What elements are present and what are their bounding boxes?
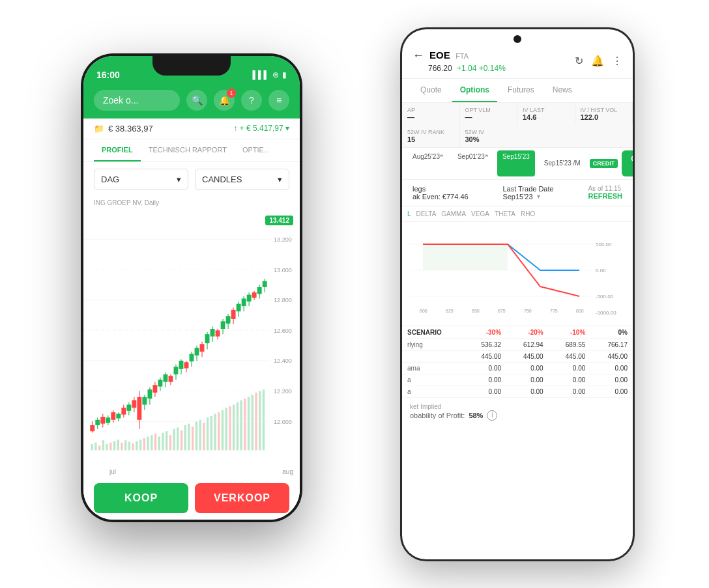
svg-rect-97 bbox=[200, 344, 205, 352]
refresh-icon[interactable]: ↻ bbox=[575, 55, 583, 67]
chart-controls: DAG ▾ CANDLES ▾ bbox=[83, 162, 300, 197]
greek-theta[interactable]: THETA bbox=[495, 210, 515, 217]
svg-text:12.200: 12.200 bbox=[274, 387, 292, 394]
prob-value: 58% bbox=[469, 412, 483, 419]
period-label: DAG bbox=[101, 175, 119, 184]
svg-rect-87 bbox=[174, 367, 179, 374]
svg-rect-113 bbox=[242, 298, 246, 306]
svg-rect-57 bbox=[95, 419, 100, 425]
sell-button[interactable]: VERKOOP bbox=[195, 483, 289, 513]
refresh-info: As of 11:15 REFRESH bbox=[588, 185, 622, 200]
wallet-icon: 📁 bbox=[94, 124, 104, 133]
as-of-label: As of 11:15 bbox=[588, 185, 622, 192]
credit-badge: CREDIT bbox=[590, 159, 618, 168]
svg-text:12.600: 12.600 bbox=[274, 327, 292, 333]
refresh-button[interactable]: REFRESH bbox=[588, 192, 622, 200]
greek-delta[interactable]: DELTA bbox=[416, 210, 437, 217]
legs-label: legs bbox=[412, 185, 469, 193]
svg-text:775: 775 bbox=[550, 309, 558, 313]
svg-text:-1000.00: -1000.00 bbox=[596, 310, 616, 316]
market-implied-label: ket Implied bbox=[410, 403, 625, 410]
svg-text:13.200: 13.200 bbox=[274, 236, 292, 243]
tab-quote[interactable]: Quote bbox=[412, 79, 450, 102]
last-trade-label: Last Trade Date bbox=[502, 185, 553, 193]
buy-button[interactable]: KOOP bbox=[94, 483, 188, 513]
svg-rect-29 bbox=[199, 419, 201, 450]
svg-rect-31 bbox=[207, 417, 209, 450]
svg-rect-7 bbox=[117, 440, 119, 450]
greek-l[interactable]: L bbox=[407, 210, 411, 217]
svg-rect-93 bbox=[190, 354, 194, 361]
svg-rect-71 bbox=[132, 400, 136, 408]
balance-amount: 📁 € 38.363,97 bbox=[94, 124, 153, 133]
greek-rho[interactable]: RHO bbox=[521, 210, 535, 217]
probability-section: ket Implied obability of Profit: 58% i bbox=[402, 398, 633, 426]
date-sep15-m[interactable]: Sep15'23 /M bbox=[539, 157, 586, 169]
exchange-label: FTA bbox=[456, 52, 469, 60]
payoff-chart: 500.00 0.00 -500.00 -1000.00 600 625 650… bbox=[402, 222, 633, 326]
greek-gamma[interactable]: GAMMA bbox=[441, 210, 466, 217]
tab-optie[interactable]: OPTIE... bbox=[235, 139, 278, 161]
svg-rect-59 bbox=[100, 417, 105, 423]
greek-vega[interactable]: VEGA bbox=[471, 210, 489, 217]
svg-rect-2 bbox=[98, 445, 100, 450]
svg-rect-13 bbox=[139, 440, 141, 450]
phone2: ← EOE FTA 766.20 +1.04 +0.14% ↻ 🔔 bbox=[400, 27, 635, 561]
charttype-select[interactable]: CANDLES ▾ bbox=[195, 169, 289, 190]
col-minus10: -10% bbox=[549, 326, 591, 339]
tab-news[interactable]: News bbox=[545, 79, 580, 102]
arrow-up-icon: ↑ bbox=[233, 124, 237, 133]
svg-text:12.800: 12.800 bbox=[274, 297, 292, 303]
options-info-row: legs ak Even: €774.46 Last Trade Date Se… bbox=[402, 180, 633, 206]
svg-rect-41 bbox=[244, 399, 246, 450]
svg-text:750: 750 bbox=[524, 309, 532, 313]
svg-rect-10 bbox=[128, 441, 130, 450]
dropdown-icon[interactable]: ▾ bbox=[285, 124, 289, 133]
more-menu-icon[interactable]: ⋮ bbox=[612, 55, 622, 67]
date-sep15-active[interactable]: Sep15'23 bbox=[497, 150, 535, 176]
svg-rect-65 bbox=[116, 413, 121, 418]
info-icon[interactable]: i bbox=[487, 410, 497, 421]
search-icon[interactable]: 🔍 bbox=[186, 90, 207, 111]
svg-rect-40 bbox=[240, 400, 242, 450]
notification-badge: 1 bbox=[227, 89, 236, 98]
expiry-dates: Aug25'23ʷ Sep01'23ʷ Sep15'23 Sep15'23 /M… bbox=[402, 148, 633, 180]
app-header: Zoek o... 🔍 🔔 1 ? ≡ bbox=[83, 85, 300, 119]
tab-technisch[interactable]: TECHNISCH RAPPORT bbox=[141, 139, 235, 161]
tab-futures[interactable]: Futures bbox=[500, 79, 542, 102]
price-value: 766.20 bbox=[428, 64, 452, 73]
svg-rect-69 bbox=[126, 404, 131, 410]
balance-value: € 38.363,97 bbox=[108, 124, 153, 133]
svg-rect-81 bbox=[158, 380, 162, 386]
date-sep01[interactable]: Sep01'23ʷ bbox=[452, 150, 493, 176]
candlestick-chart[interactable]: 13.412 bbox=[83, 209, 300, 467]
svg-text:625: 625 bbox=[446, 309, 454, 313]
svg-rect-27 bbox=[192, 427, 194, 450]
order-button[interactable]: ORDER −€4.50 bbox=[622, 150, 633, 176]
col-scenario: SCENARIO bbox=[402, 326, 464, 339]
legs-info: legs ak Even: €774.46 bbox=[412, 185, 469, 201]
svg-rect-99 bbox=[205, 334, 210, 343]
dropdown-icon2[interactable]: ▾ bbox=[537, 193, 540, 200]
svg-rect-8 bbox=[121, 442, 123, 450]
breakeven: ak Even: €774.46 bbox=[412, 193, 469, 201]
back-button[interactable]: ← bbox=[412, 49, 424, 63]
svg-rect-105 bbox=[221, 321, 225, 329]
help-icon[interactable]: ? bbox=[241, 90, 262, 111]
svg-text:800: 800 bbox=[576, 309, 584, 313]
bell-icon[interactable]: 🔔 bbox=[591, 55, 604, 67]
menu-icon[interactable]: ≡ bbox=[268, 90, 289, 111]
table-row: a 0.00 0.00 0.00 0.00 bbox=[402, 374, 633, 385]
options-nav-tabs: Quote Options Futures News bbox=[402, 79, 633, 103]
profile-tabs: PROFIEL TECHNISCH RAPPORT OPTIE... bbox=[83, 139, 300, 162]
search-input[interactable]: Zoek o... bbox=[94, 90, 180, 111]
action-buttons: KOOP VERKOOP bbox=[83, 477, 300, 520]
notification-icon[interactable]: 🔔 1 bbox=[214, 90, 235, 111]
date-aug25[interactable]: Aug25'23ʷ bbox=[407, 150, 448, 176]
tab-profiel[interactable]: PROFIEL bbox=[94, 139, 141, 161]
period-select[interactable]: DAG ▾ bbox=[94, 169, 188, 190]
phone2-screen: ← EOE FTA 766.20 +1.04 +0.14% ↻ 🔔 bbox=[402, 29, 633, 559]
svg-rect-6 bbox=[113, 441, 115, 450]
phone1: 16:00 ▌▌▌ ⊛ ▮ Zoek o... 🔍 🔔 1 bbox=[81, 53, 302, 522]
tab-options[interactable]: Options bbox=[452, 79, 497, 102]
